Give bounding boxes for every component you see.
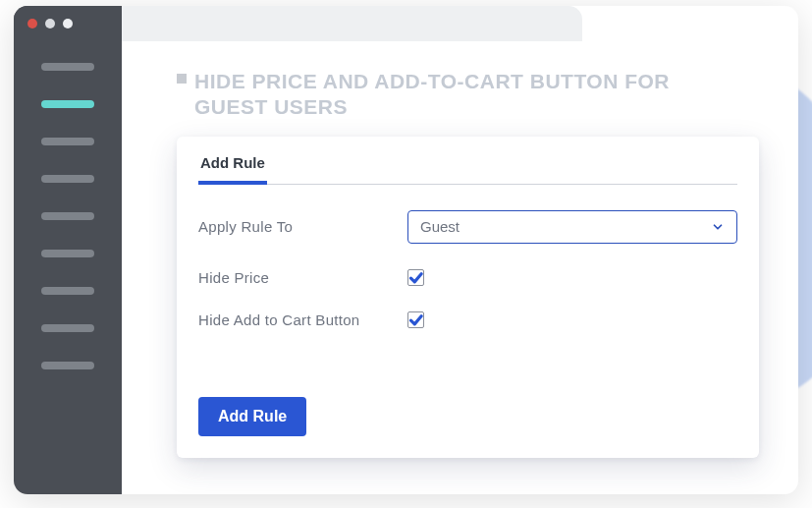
apply-rule-to-label: Apply Rule To — [198, 218, 390, 235]
sidebar-item[interactable] — [41, 212, 94, 220]
window-titlebar — [14, 6, 122, 41]
hide-add-to-cart-label: Hide Add to Cart Button — [198, 311, 390, 328]
sidebar-item[interactable] — [41, 324, 94, 332]
hide-price-label: Hide Price — [198, 269, 390, 286]
check-icon — [408, 270, 423, 285]
apply-rule-to-value: Guest — [420, 218, 460, 235]
hide-price-checkbox[interactable] — [407, 269, 424, 286]
sidebar — [14, 6, 122, 494]
apply-rule-to-select[interactable]: Guest — [407, 210, 737, 244]
add-rule-card: Add Rule Apply Rule To Guest — [177, 137, 759, 458]
add-rule-button[interactable]: Add Rule — [198, 397, 306, 436]
sidebar-item[interactable] — [41, 63, 94, 71]
chevron-down-icon — [711, 220, 725, 234]
sidebar-item[interactable] — [41, 138, 94, 145]
title-bullet-icon — [177, 74, 187, 84]
tab-add-rule[interactable]: Add Rule — [198, 150, 267, 185]
hide-add-to-cart-checkbox[interactable] — [407, 311, 424, 328]
app-window: HIDE PRICE AND ADD-TO-CART BUTTON FOR GU… — [14, 6, 798, 494]
check-icon — [408, 312, 423, 327]
sidebar-item[interactable] — [41, 250, 94, 257]
window-close-dot[interactable] — [27, 19, 37, 28]
main-area: HIDE PRICE AND ADD-TO-CART BUTTON FOR GU… — [122, 41, 798, 494]
sidebar-item[interactable] — [41, 287, 94, 295]
window-zoom-dot[interactable] — [63, 19, 73, 28]
window-titlebar-blank — [122, 6, 582, 41]
sidebar-item-active[interactable] — [41, 100, 94, 108]
sidebar-item[interactable] — [41, 362, 94, 369]
tab-row: Add Rule — [198, 150, 737, 185]
sidebar-item[interactable] — [41, 175, 94, 183]
page-title: HIDE PRICE AND ADD-TO-CART BUTTON FOR GU… — [194, 69, 685, 121]
window-minimize-dot[interactable] — [45, 19, 55, 28]
